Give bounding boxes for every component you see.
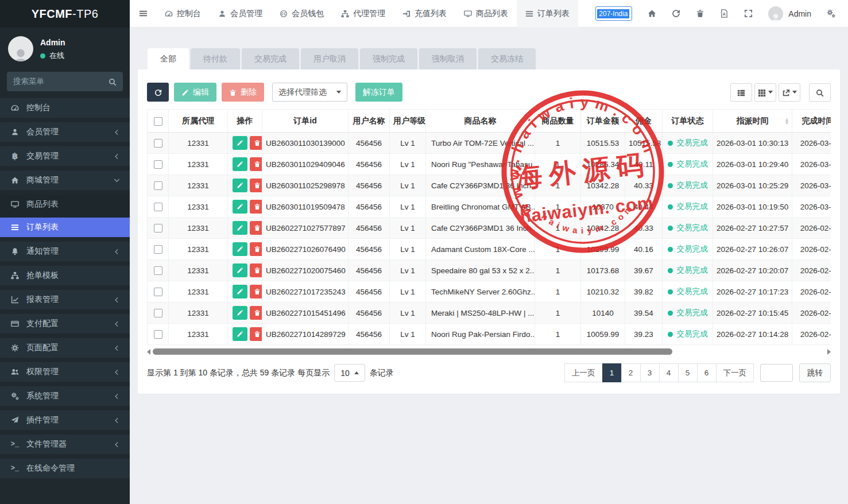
jump-page-input[interactable] [760,364,793,382]
hamburger-icon[interactable] [130,0,156,28]
row-delete-button[interactable] [250,157,262,171]
sidebar-item[interactable]: 会员管理 [0,122,130,142]
quick-nav-input[interactable]: 207-India [595,6,632,21]
row-delete-button[interactable] [250,263,262,277]
columns-button[interactable] [754,83,776,102]
page-button[interactable]: 6 [697,363,717,382]
detail-view-button[interactable] [730,83,752,102]
search-toggle-button[interactable] [809,83,831,102]
sidebar-item[interactable]: 插件管理 [0,410,130,430]
tab[interactable]: 用户取消 [301,48,358,69]
sidebar-item[interactable]: 商城管理 [0,170,130,190]
app-logo[interactable]: YFCMF-TP6 [0,0,130,28]
row-checkbox[interactable] [154,181,162,190]
edit-button[interactable]: 编辑 [174,83,216,102]
topnav-item[interactable]: 订单列表 [517,0,578,28]
row-edit-button[interactable] [233,221,247,235]
row-checkbox[interactable] [154,288,162,296]
row-delete-button[interactable] [250,285,262,298]
row-delete-button[interactable] [250,327,262,341]
gear-icon[interactable] [827,9,835,18]
row-edit-button[interactable] [233,285,247,298]
row-checkbox[interactable] [154,224,162,232]
lang-icon[interactable]: A [720,9,729,18]
sidebar-search-input[interactable]: 搜索菜单 [7,72,123,91]
scrollbar-thumb[interactable] [153,348,672,355]
page-button[interactable]: 4 [659,363,679,382]
scrollbar-track[interactable] [153,348,825,355]
tab[interactable]: 全部 [148,48,189,69]
topnav-item[interactable]: 商品列表 [455,0,517,28]
row-checkbox[interactable] [154,245,162,254]
expand-icon[interactable] [744,9,753,18]
row-delete-button[interactable] [250,306,262,320]
row-edit-button[interactable] [233,179,247,192]
topnav-item[interactable]: 代理管理 [332,0,394,28]
column-header[interactable]: 用户名称 [349,110,390,133]
sidebar-item[interactable]: >_文件管理器 [0,435,130,454]
column-header[interactable]: 所属代理 [169,110,228,133]
column-header[interactable]: 指派时间▲▼ [713,110,792,133]
page-button[interactable]: 2 [621,363,641,382]
sidebar-item[interactable]: 商品列表 [0,195,130,214]
sidebar-item[interactable]: 通知管理 [0,242,130,261]
row-checkbox[interactable] [154,139,162,148]
sidebar-item[interactable]: 页面配置 [0,338,130,358]
topnav-item[interactable]: 充值列表 [394,0,455,28]
topnav-item[interactable]: 会员钱包 [271,0,332,28]
sidebar-item[interactable]: 权限管理 [0,362,130,382]
tab[interactable]: 待付款 [191,48,240,69]
row-delete-button[interactable] [250,221,262,235]
page-button[interactable]: 5 [678,363,698,382]
column-header[interactable]: 完成时间 [792,110,831,133]
row-edit-button[interactable] [233,263,247,277]
tab[interactable]: 交易完成 [242,48,299,69]
user-menu[interactable]: Admin [768,6,811,21]
row-edit-button[interactable] [233,200,247,214]
refresh-icon[interactable] [672,9,680,18]
topnav-item[interactable]: 控制台 [156,0,210,28]
row-edit-button[interactable] [233,136,247,150]
sidebar-item[interactable]: >_在线命令管理 [0,459,130,478]
sidebar-item[interactable]: ฿交易管理 [0,146,130,166]
column-header[interactable]: 订单状态 [663,110,713,133]
row-checkbox[interactable] [154,309,162,317]
sidebar-item[interactable]: 订单列表 [0,218,130,237]
column-header[interactable]: 商品名称 [426,110,535,133]
column-header[interactable]: 商品数量 [535,110,581,133]
scroll-left-arrow-icon[interactable] [147,349,150,355]
row-checkbox[interactable] [154,160,162,169]
tab[interactable]: 强制取消 [419,48,477,69]
topnav-item[interactable]: 会员管理 [210,0,271,28]
tab[interactable]: 强制完成 [360,48,417,69]
sidebar-item[interactable]: 抢单模板 [0,266,130,285]
row-checkbox[interactable] [154,330,162,339]
home-icon[interactable] [648,9,656,18]
unfreeze-order-button[interactable]: 解冻订单 [355,83,402,102]
agent-filter-select[interactable]: 选择代理筛选 [272,83,347,102]
row-edit-button[interactable] [233,242,247,256]
column-header[interactable]: 订单金额 [581,110,625,133]
row-edit-button[interactable] [233,306,247,320]
scroll-right-arrow-icon[interactable] [827,349,831,355]
row-delete-button[interactable] [250,179,262,192]
trash-icon[interactable] [696,9,704,18]
sidebar-item[interactable]: 报表管理 [0,290,130,309]
column-header[interactable]: 操作 [228,110,262,133]
page-button[interactable]: 1 [602,363,622,382]
row-delete-button[interactable] [250,200,262,214]
export-button[interactable] [779,83,800,102]
column-header[interactable]: 订单id [262,110,349,133]
next-page-button[interactable]: 下一页 [716,363,754,382]
sidebar-item[interactable]: 控制台 [0,98,130,118]
refresh-button[interactable] [147,83,169,102]
select-all-checkbox[interactable] [154,117,162,126]
jump-button[interactable]: 跳转 [799,363,831,382]
sidebar-item[interactable]: 系统管理 [0,386,130,406]
page-button[interactable]: 3 [640,363,660,382]
sidebar-item[interactable]: 支付配置 [0,314,130,334]
column-header[interactable]: 用户等级 [390,110,426,133]
row-checkbox[interactable] [154,203,162,211]
column-header[interactable]: 佣金 [625,110,663,133]
page-size-select[interactable]: 10 [334,364,365,382]
